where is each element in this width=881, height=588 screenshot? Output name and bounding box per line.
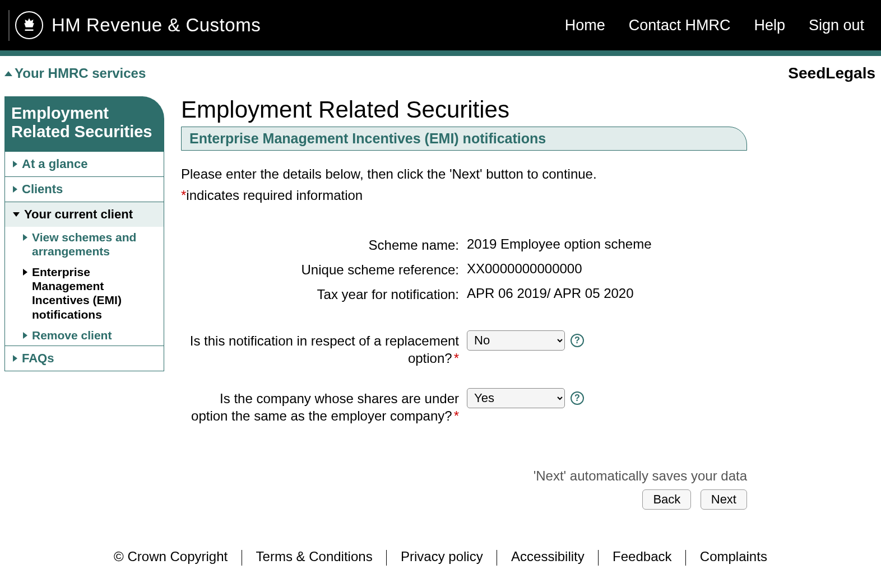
triangle-down-icon xyxy=(13,212,20,217)
sidebar-item-at-a-glance[interactable]: At a glance xyxy=(5,152,164,176)
back-button[interactable]: Back xyxy=(642,489,691,510)
main-content: Employment Related Securities Enterprise… xyxy=(181,96,747,510)
row-replacement-option: Is this notification in respect of a rep… xyxy=(181,330,736,367)
footer-separator xyxy=(598,550,599,566)
section-header: Enterprise Management Incentives (EMI) n… xyxy=(181,127,747,151)
footer-accessibility[interactable]: Accessibility xyxy=(511,549,585,564)
button-row: 'Next' automatically saves your data Bac… xyxy=(181,468,747,510)
sidebar-item-current-client[interactable]: Your current client xyxy=(5,202,164,227)
header-divider xyxy=(8,10,10,41)
sidebar-subitem-emi-notifications[interactable]: Enterprise Management Incentives (EMI) n… xyxy=(5,262,164,325)
footer-terms[interactable]: Terms & Conditions xyxy=(256,549,373,564)
next-button[interactable]: Next xyxy=(701,489,747,510)
page-title: Employment Related Securities xyxy=(181,96,747,123)
triangle-right-icon xyxy=(23,234,27,241)
footer-complaints[interactable]: Complaints xyxy=(700,549,767,564)
tax-year-value: APR 06 2019/ APR 05 2020 xyxy=(467,284,634,301)
footer-separator xyxy=(497,550,497,566)
header-bar: HM Revenue & Customs Home Contact HMRC H… xyxy=(0,0,881,50)
triangle-right-icon xyxy=(13,161,17,167)
your-hmrc-services-link[interactable]: Your HMRC services xyxy=(4,66,146,81)
scheme-name-label: Scheme name: xyxy=(181,235,467,254)
sidebar-item-clients[interactable]: Clients xyxy=(5,176,164,202)
triangle-up-icon xyxy=(4,71,12,76)
asterisk-icon: * xyxy=(454,408,459,423)
same-company-select[interactable]: Yes No xyxy=(467,388,565,408)
row-same-company: Is the company whose shares are under op… xyxy=(181,388,736,424)
intro-text: Please enter the details below, then cli… xyxy=(181,166,747,182)
replacement-option-label: Is this notification in respect of a rep… xyxy=(181,330,467,367)
row-scheme-name: Scheme name: 2019 Employee option scheme xyxy=(181,235,736,254)
footer-privacy[interactable]: Privacy policy xyxy=(401,549,483,564)
teal-strip xyxy=(0,50,881,56)
nav-help[interactable]: Help xyxy=(754,17,785,34)
asterisk-icon: * xyxy=(454,351,459,366)
triangle-right-icon xyxy=(23,269,27,276)
tax-year-label: Tax year for notification: xyxy=(181,284,467,303)
client-name-label: SeedLegals xyxy=(788,64,875,82)
help-icon[interactable]: ? xyxy=(571,334,584,347)
subheader: Your HMRC services SeedLegals xyxy=(0,56,881,96)
sidebar-subitem-remove-client[interactable]: Remove client xyxy=(5,325,164,346)
row-tax-year: Tax year for notification: APR 06 2019/ … xyxy=(181,284,736,303)
sidebar-subitem-view-schemes[interactable]: View schemes and arrangements xyxy=(5,227,164,262)
sidebar-list: At a glance Clients Your current client … xyxy=(4,152,164,371)
asterisk-icon: * xyxy=(181,188,186,203)
footer-separator xyxy=(685,550,686,566)
sidebar-sublist: View schemes and arrangements Enterprise… xyxy=(5,227,164,346)
row-scheme-ref: Unique scheme reference: XX0000000000000 xyxy=(181,259,736,278)
footer-feedback[interactable]: Feedback xyxy=(613,549,671,564)
replacement-option-select[interactable]: No Yes xyxy=(467,330,565,351)
form-area: Scheme name: 2019 Employee option scheme… xyxy=(181,235,736,424)
autosave-note: 'Next' automatically saves your data xyxy=(181,468,747,484)
crown-logo-icon xyxy=(15,11,43,39)
top-nav: Home Contact HMRC Help Sign out xyxy=(565,17,864,34)
sidebar: Employment Related Securities At a glanc… xyxy=(4,96,164,371)
footer: © Crown Copyright Terms & Conditions Pri… xyxy=(0,538,881,588)
triangle-right-icon xyxy=(23,332,27,339)
footer-separator xyxy=(242,550,242,566)
triangle-right-icon xyxy=(13,186,17,193)
triangle-right-icon xyxy=(13,355,17,362)
nav-home[interactable]: Home xyxy=(565,17,605,34)
nav-signout[interactable]: Sign out xyxy=(809,17,864,34)
sidebar-item-faqs[interactable]: FAQs xyxy=(5,346,164,371)
required-note: *indicates required information xyxy=(181,188,747,203)
footer-copyright: © Crown Copyright xyxy=(114,549,228,564)
scheme-ref-value: XX0000000000000 xyxy=(467,259,582,277)
brand-title: HM Revenue & Customs xyxy=(52,15,565,36)
sidebar-title: Employment Related Securities xyxy=(4,96,164,152)
services-label: Your HMRC services xyxy=(15,66,146,81)
help-icon[interactable]: ? xyxy=(571,391,584,405)
scheme-name-value: 2019 Employee option scheme xyxy=(467,235,652,252)
same-company-label: Is the company whose shares are under op… xyxy=(181,388,467,424)
nav-contact[interactable]: Contact HMRC xyxy=(629,17,731,34)
footer-separator xyxy=(386,550,387,566)
scheme-ref-label: Unique scheme reference: xyxy=(181,259,467,278)
